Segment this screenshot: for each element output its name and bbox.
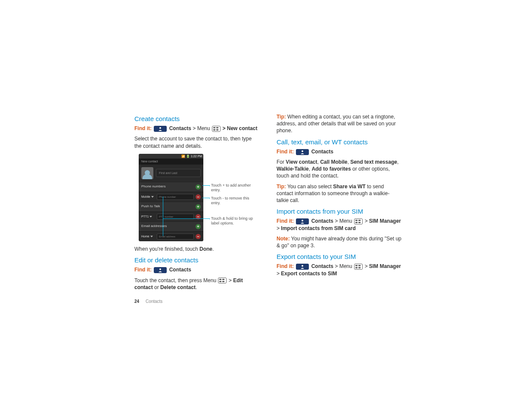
row-mobile: Mobile Phone number − xyxy=(139,192,203,202)
findit-label: Find it: xyxy=(134,267,152,273)
findit-contacts: Contacts xyxy=(311,218,333,224)
findit-label: Find it: xyxy=(277,149,294,155)
svg-point-4 xyxy=(302,265,303,267)
section-email: Email addresses + xyxy=(139,221,203,231)
input-email[interactable]: Email address xyxy=(157,234,194,240)
svg-point-3 xyxy=(302,220,303,221)
paragraph-edit-delete: Touch the contact, then press Menu > Edi… xyxy=(134,277,259,291)
status-icons: 📶 🔋 xyxy=(181,154,190,158)
status-time: 1:22 PM xyxy=(191,154,202,158)
tip-label: Tip: xyxy=(277,184,286,190)
findit-line-5: Find it: Contacts > Menu > SIM Manager >… xyxy=(277,263,401,277)
findit-label: Find it: xyxy=(134,125,152,131)
contacts-app-icon xyxy=(296,149,309,155)
phone-screenshot: 📶 🔋 1:22 PM New contact First and Last P… xyxy=(139,154,203,241)
menu-icon xyxy=(212,126,221,132)
input-phone[interactable]: Phone number xyxy=(157,194,194,200)
tip-2: Tip: You can also select Share via WT to… xyxy=(277,183,401,204)
section-label: Phone numbers xyxy=(141,184,165,189)
svg-point-1 xyxy=(159,268,161,270)
footer-section: Contacts xyxy=(146,299,162,304)
heading-import: Import contacts from your SIM xyxy=(277,207,401,216)
page-number: 24 xyxy=(134,299,139,304)
findit-label: Find it: xyxy=(277,218,294,224)
right-column: Tip: When editing a contact, you can set… xyxy=(277,112,401,304)
contacts-app-icon xyxy=(296,264,309,270)
heading-export: Export contacts to your SIM xyxy=(277,252,401,261)
name-input[interactable]: First and Last xyxy=(156,169,201,177)
heading-call-text: Call, text, email, or WT contacts xyxy=(277,138,401,146)
heading-edit-delete: Edit or delete contacts xyxy=(134,256,259,265)
section-ptt: Push to Talk + xyxy=(139,202,203,212)
label-mobile[interactable]: Mobile xyxy=(141,195,155,199)
heading-create-contacts: Create contacts xyxy=(134,115,259,123)
findit-contacts: Contacts xyxy=(311,149,333,155)
svg-point-2 xyxy=(302,150,303,152)
paragraph-done: When you're finished, touch Done. xyxy=(134,246,259,252)
plus-button[interactable]: + xyxy=(196,184,201,190)
new-contact-title: New contact xyxy=(139,159,203,164)
row-ptt: PTT1 PTT number − xyxy=(139,212,203,221)
left-column: Create contacts Find it: Contacts > Menu… xyxy=(134,112,259,304)
note-import: Note: You might have already done this d… xyxy=(277,235,401,249)
phone-statusbar: 📶 🔋 1:22 PM xyxy=(139,154,203,159)
annotation-plus: Touch + to add another entry. xyxy=(211,183,258,193)
plus-button[interactable]: + xyxy=(196,224,201,229)
findit-new-contact: > New contact xyxy=(222,125,257,131)
findit-contacts: Contacts xyxy=(311,263,333,269)
tip-label: Tip: xyxy=(277,114,286,120)
annotation-minus: Touch - to remove this entry. xyxy=(211,196,258,206)
paragraph-for-options: For View contact, Call Mobile, Send text… xyxy=(277,159,401,180)
avatar-placeholder[interactable] xyxy=(141,167,153,179)
contacts-app-icon xyxy=(154,267,167,273)
minus-button[interactable]: − xyxy=(196,194,201,199)
tip-1: Tip: When editing a contact, you can set… xyxy=(277,113,401,134)
findit-line-4: Find it: Contacts > Menu > SIM Manager >… xyxy=(277,218,401,231)
row-email: Home Email address − xyxy=(139,231,203,241)
contacts-app-icon xyxy=(296,218,309,224)
menu-icon xyxy=(354,264,363,270)
new-contact-header: First and Last xyxy=(139,165,203,182)
page-footer: 24 Contacts xyxy=(134,299,259,305)
svg-point-0 xyxy=(159,127,161,129)
page: Create contacts Find it: Contacts > Menu… xyxy=(0,0,532,330)
note-label: Note: xyxy=(277,236,290,242)
paragraph-select-account: Select the account to save the contact t… xyxy=(134,135,259,149)
section-label: Push to Talk xyxy=(141,204,160,209)
label-ptt1[interactable]: PTT1 xyxy=(141,215,155,218)
label-home[interactable]: Home xyxy=(141,234,155,238)
findit-label: Find it: xyxy=(277,263,294,269)
findit-line-1: Find it: Contacts > Menu > New contact xyxy=(134,125,259,132)
menu-icon xyxy=(218,277,227,283)
plus-button[interactable]: + xyxy=(196,204,201,209)
menu-icon xyxy=(354,218,363,224)
minus-button[interactable]: − xyxy=(196,234,201,239)
findit-contacts: Contacts xyxy=(169,125,191,131)
findit-line-2: Find it: Contacts xyxy=(134,266,259,273)
findit-contacts: Contacts xyxy=(169,267,191,273)
findit-line-3: Find it: Contacts xyxy=(277,148,401,155)
findit-menu-text: > Menu xyxy=(193,125,210,131)
section-phone-numbers: Phone numbers + xyxy=(139,182,203,192)
contacts-app-icon xyxy=(154,126,167,132)
annotation-hold: Touch & hold to bring up label options. xyxy=(211,216,258,226)
